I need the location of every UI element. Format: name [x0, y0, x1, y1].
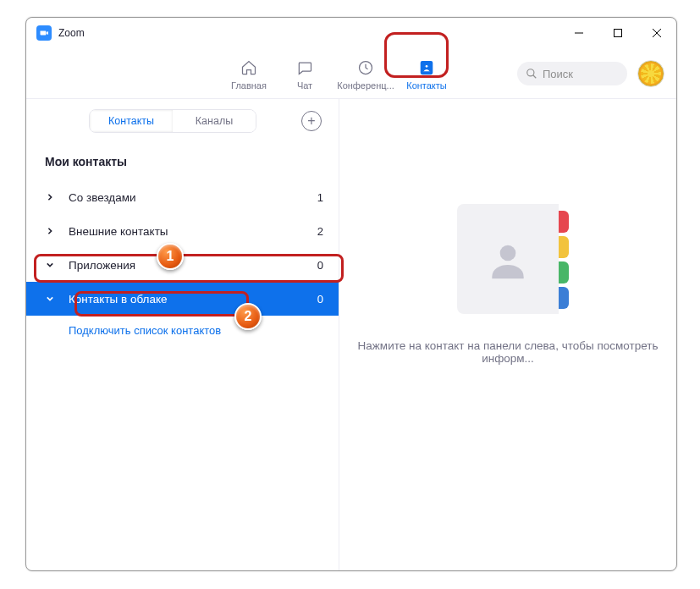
search-input[interactable]: Поиск	[517, 62, 627, 85]
row-external-label: Внешние контакты	[69, 225, 168, 238]
nav-contacts-label: Контакты	[406, 80, 447, 91]
row-cloud-label: Контакты в облаке	[69, 293, 168, 306]
app-title: Zoom	[58, 27, 85, 39]
chevron-right-icon	[45, 194, 55, 201]
titlebar: Zoom	[26, 18, 676, 48]
toolbar: Главная Чат Конференц... Контакты Поиск	[26, 48, 676, 99]
close-button[interactable]	[637, 18, 676, 48]
home-icon	[240, 58, 257, 77]
row-cloud-count: 0	[317, 293, 323, 306]
nav-meetings[interactable]: Конференц...	[333, 55, 399, 91]
svg-point-7	[527, 69, 534, 76]
chevron-right-icon	[45, 228, 55, 234]
search-icon	[526, 68, 537, 80]
chevron-down-icon	[45, 261, 55, 268]
contacts-illustration	[457, 204, 559, 314]
row-apps-label: Приложения	[69, 259, 135, 272]
main-panel: Нажмите на контакт на панели слева, чтоб…	[339, 99, 676, 570]
badge-1: 1	[157, 243, 184, 270]
svg-point-9	[500, 245, 516, 261]
segmented-control: Контакты Каналы	[89, 109, 256, 133]
contacts-icon	[418, 58, 435, 77]
badge-2: 2	[234, 303, 262, 330]
maximize-button[interactable]	[598, 18, 637, 48]
row-starred-count: 1	[317, 191, 323, 204]
nav-chat[interactable]: Чат	[277, 55, 333, 91]
sidebar: Контакты Каналы + Мои контакты Со звезда…	[26, 99, 339, 570]
nav-home[interactable]: Главная	[221, 55, 277, 91]
app-icon	[36, 25, 52, 41]
minimize-button[interactable]	[559, 18, 598, 48]
row-starred[interactable]: Со звездами 1	[26, 180, 339, 214]
connect-contacts-link[interactable]: Подключить список контактов	[26, 316, 339, 345]
clock-icon	[357, 58, 374, 77]
chevron-down-icon	[45, 295, 55, 302]
section-title: Мои контакты	[26, 148, 339, 180]
row-apps-count: 0	[317, 259, 323, 272]
nav-home-label: Главная	[231, 80, 267, 91]
row-external-count: 2	[317, 225, 323, 238]
chat-icon	[296, 58, 313, 77]
row-cloud[interactable]: Контакты в облаке 0	[26, 282, 339, 316]
nav-contacts[interactable]: Контакты	[399, 55, 455, 91]
svg-point-6	[425, 64, 428, 68]
nav-meetings-label: Конференц...	[337, 80, 394, 91]
avatar[interactable]	[637, 60, 664, 87]
hint-text: Нажмите на контакт на панели слева, чтоб…	[339, 339, 676, 365]
seg-channels[interactable]: Каналы	[173, 110, 256, 132]
svg-line-8	[533, 75, 537, 79]
svg-rect-1	[615, 30, 622, 37]
search-placeholder: Поиск	[543, 68, 573, 80]
nav-chat-label: Чат	[297, 80, 312, 91]
add-contact-button[interactable]: +	[301, 111, 322, 131]
seg-contacts[interactable]: Контакты	[90, 110, 173, 132]
row-starred-label: Со звездами	[69, 191, 136, 204]
row-external[interactable]: Внешние контакты 2	[26, 214, 339, 248]
